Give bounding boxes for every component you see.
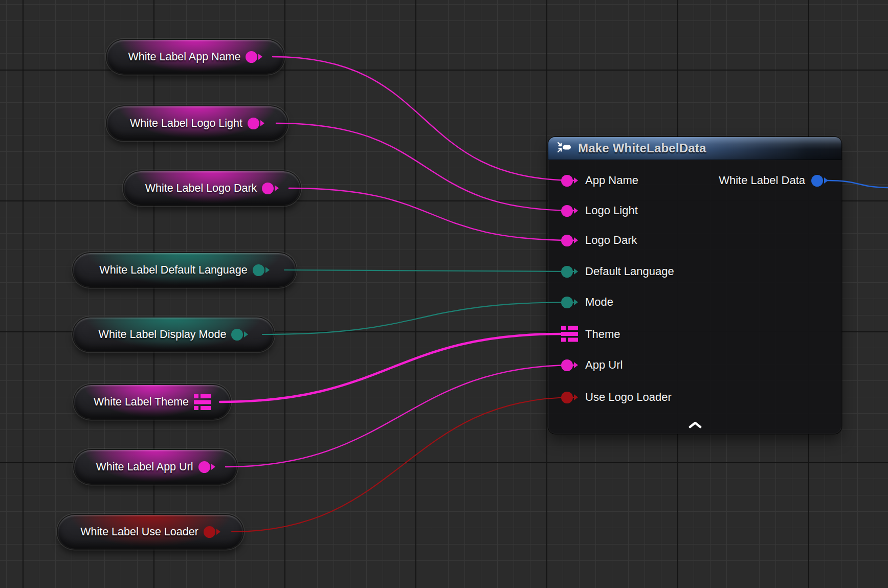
variable-output-pin[interactable] (204, 526, 220, 538)
input-pin-label: App Name (585, 174, 638, 187)
pin-triangle (244, 331, 248, 337)
variable-node-white-label-default-language[interactable]: White Label Default Language (73, 253, 296, 287)
variable-node-white-label-logo-dark[interactable]: White Label Logo Dark (124, 171, 300, 205)
input-pin-label: Logo Light (585, 204, 638, 217)
node-title-bar[interactable]: Make WhiteLabelData (548, 137, 841, 160)
variable-output-pin[interactable] (253, 264, 270, 276)
variable-output-pin[interactable] (248, 118, 264, 129)
pin-row-app-url: App Url (561, 358, 623, 372)
pin-circle (561, 297, 573, 308)
input-pin-logo-light[interactable] (561, 205, 578, 217)
variable-output-pin[interactable] (198, 461, 215, 473)
variable-node-white-label-app-url[interactable]: White Label App Url (74, 450, 237, 484)
input-pin-default-language[interactable] (561, 266, 578, 278)
pin-circle (248, 118, 259, 129)
variable-label: White Label App Url (96, 461, 193, 473)
input-pin-theme[interactable] (561, 326, 578, 343)
variable-output-pin[interactable] (262, 183, 279, 194)
pin-triangle (265, 267, 270, 273)
pin-row-app-name: App Name (561, 174, 638, 187)
variable-label: White Label App Name (128, 51, 241, 63)
input-pin-label: Logo Dark (585, 234, 637, 247)
pin-row-logo-dark: Logo Dark (561, 234, 637, 247)
input-pin-use-logo-loader[interactable] (561, 392, 578, 403)
pin-triangle (574, 208, 578, 214)
chevron-up-icon (688, 421, 702, 431)
wire-white-label-logo-light[interactable] (276, 123, 575, 211)
output-pin-label: White Label Data (719, 174, 805, 187)
wire-white-label-app-url[interactable] (226, 365, 575, 467)
pin-triangle (574, 362, 578, 368)
wire-white-label-theme[interactable] (220, 334, 562, 402)
input-pin-app-url[interactable] (561, 359, 578, 371)
input-pin-label: App Url (585, 358, 623, 372)
pin-circle (198, 461, 210, 473)
pin-circle (262, 183, 274, 194)
node-make-whitelabeldata[interactable]: Make WhiteLabelData App Name Logo Light … (548, 137, 841, 434)
pin-circle (231, 329, 243, 341)
variable-node-white-label-display-mode[interactable]: White Label Display Mode (73, 318, 274, 351)
input-pin-label: Theme (585, 327, 620, 341)
pin-triangle (216, 529, 220, 535)
variable-node-white-label-theme[interactable]: White Label Theme (74, 385, 230, 419)
pin-row-white-label-data: White Label Data (719, 174, 828, 187)
input-pin-label: Default Language (585, 265, 674, 278)
wire-white-label-use-loader[interactable] (232, 397, 575, 532)
pin-circle (561, 205, 573, 217)
make-struct-icon (557, 141, 572, 155)
output-pin-white-label-data[interactable] (811, 175, 828, 187)
pin-triangle (574, 177, 578, 184)
variable-label: White Label Theme (94, 396, 189, 409)
input-pin-logo-dark[interactable] (561, 235, 578, 246)
variable-output-pin[interactable] (194, 394, 211, 411)
pin-triangle (824, 177, 828, 184)
pin-circle (204, 526, 215, 538)
blueprint-graph-canvas[interactable]: White Label App Name White Label Logo Li… (0, 0, 888, 588)
variable-label: White Label Use Loader (80, 526, 198, 538)
wire-white-label-default-language[interactable] (284, 270, 575, 272)
pin-triangle (260, 120, 264, 126)
pin-triangle (275, 185, 279, 191)
pin-triangle (574, 299, 578, 305)
wire-white-label-app-name[interactable] (273, 57, 575, 180)
variable-label: White Label Default Language (99, 264, 247, 277)
variable-output-pin[interactable] (246, 51, 262, 63)
variable-node-white-label-app-name[interactable]: White Label App Name (107, 40, 284, 74)
variable-output-pin[interactable] (231, 329, 248, 341)
input-pin-label: Use Logo Loader (585, 391, 672, 404)
input-pin-app-name[interactable] (561, 175, 578, 187)
input-pin-mode[interactable] (561, 297, 578, 308)
pin-triangle (574, 394, 578, 400)
wire-white-label-display-mode[interactable] (262, 302, 575, 334)
pin-triangle (211, 464, 215, 470)
pin-circle (811, 175, 823, 187)
pin-circle (561, 392, 573, 403)
pin-circle (561, 359, 573, 371)
pin-row-use-logo-loader: Use Logo Loader (561, 391, 672, 404)
pin-row-mode: Mode (561, 296, 613, 309)
input-pin-label: Mode (585, 296, 613, 309)
variable-label: White Label Display Mode (99, 328, 227, 341)
collapse-node-button[interactable] (685, 420, 705, 431)
variable-label: White Label Logo Light (130, 117, 242, 130)
pin-circle (246, 51, 257, 63)
pin-row-logo-light: Logo Light (561, 204, 638, 217)
node-title: Make WhiteLabelData (578, 141, 706, 155)
pin-triangle (258, 54, 262, 60)
pin-row-theme: Theme (561, 326, 620, 343)
pin-row-default-language: Default Language (561, 265, 674, 278)
pin-circle (253, 264, 264, 276)
pin-circle (561, 266, 573, 278)
variable-node-white-label-use-loader[interactable]: White Label Use Loader (58, 515, 243, 549)
pin-triangle (574, 268, 578, 275)
variable-label: White Label Logo Dark (145, 182, 257, 195)
pin-triangle (574, 237, 578, 243)
wire-white-label-logo-dark[interactable] (289, 188, 575, 240)
variable-node-white-label-logo-light[interactable]: White Label Logo Light (107, 106, 287, 140)
pin-circle (561, 175, 573, 187)
pin-circle (561, 235, 573, 246)
